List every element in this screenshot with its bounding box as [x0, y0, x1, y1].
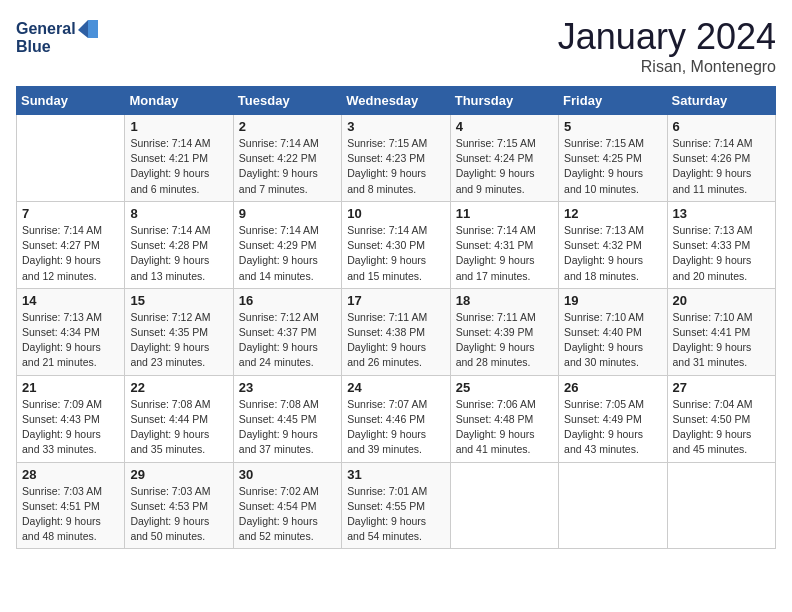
day-info: Sunrise: 7:14 AMSunset: 4:28 PMDaylight:… [130, 223, 227, 284]
calendar-week-row: 21Sunrise: 7:09 AMSunset: 4:43 PMDayligh… [17, 375, 776, 462]
day-info: Sunrise: 7:08 AMSunset: 4:45 PMDaylight:… [239, 397, 336, 458]
day-number: 26 [564, 380, 661, 395]
day-number: 30 [239, 467, 336, 482]
calendar-cell: 18Sunrise: 7:11 AMSunset: 4:39 PMDayligh… [450, 288, 558, 375]
day-number: 12 [564, 206, 661, 221]
day-info: Sunrise: 7:01 AMSunset: 4:55 PMDaylight:… [347, 484, 444, 545]
weekday-header-row: SundayMondayTuesdayWednesdayThursdayFrid… [17, 87, 776, 115]
day-info: Sunrise: 7:04 AMSunset: 4:50 PMDaylight:… [673, 397, 770, 458]
calendar-cell: 7Sunrise: 7:14 AMSunset: 4:27 PMDaylight… [17, 201, 125, 288]
calendar-cell: 21Sunrise: 7:09 AMSunset: 4:43 PMDayligh… [17, 375, 125, 462]
weekday-header-sunday: Sunday [17, 87, 125, 115]
day-number: 24 [347, 380, 444, 395]
calendar-cell: 30Sunrise: 7:02 AMSunset: 4:54 PMDayligh… [233, 462, 341, 549]
day-number: 1 [130, 119, 227, 134]
title-block: January 2024 Risan, Montenegro [558, 16, 776, 76]
calendar-cell: 8Sunrise: 7:14 AMSunset: 4:28 PMDaylight… [125, 201, 233, 288]
day-info: Sunrise: 7:07 AMSunset: 4:46 PMDaylight:… [347, 397, 444, 458]
day-number: 21 [22, 380, 119, 395]
day-info: Sunrise: 7:09 AMSunset: 4:43 PMDaylight:… [22, 397, 119, 458]
calendar-cell: 23Sunrise: 7:08 AMSunset: 4:45 PMDayligh… [233, 375, 341, 462]
day-info: Sunrise: 7:14 AMSunset: 4:30 PMDaylight:… [347, 223, 444, 284]
calendar-cell: 31Sunrise: 7:01 AMSunset: 4:55 PMDayligh… [342, 462, 450, 549]
day-info: Sunrise: 7:06 AMSunset: 4:48 PMDaylight:… [456, 397, 553, 458]
day-info: Sunrise: 7:15 AMSunset: 4:23 PMDaylight:… [347, 136, 444, 197]
day-number: 31 [347, 467, 444, 482]
day-info: Sunrise: 7:02 AMSunset: 4:54 PMDaylight:… [239, 484, 336, 545]
calendar-cell: 17Sunrise: 7:11 AMSunset: 4:38 PMDayligh… [342, 288, 450, 375]
day-info: Sunrise: 7:12 AMSunset: 4:35 PMDaylight:… [130, 310, 227, 371]
day-number: 7 [22, 206, 119, 221]
calendar-cell: 28Sunrise: 7:03 AMSunset: 4:51 PMDayligh… [17, 462, 125, 549]
day-info: Sunrise: 7:14 AMSunset: 4:21 PMDaylight:… [130, 136, 227, 197]
day-number: 16 [239, 293, 336, 308]
calendar-cell: 19Sunrise: 7:10 AMSunset: 4:40 PMDayligh… [559, 288, 667, 375]
logo-svg: GeneralBlue [16, 16, 106, 58]
calendar-cell: 22Sunrise: 7:08 AMSunset: 4:44 PMDayligh… [125, 375, 233, 462]
day-info: Sunrise: 7:14 AMSunset: 4:22 PMDaylight:… [239, 136, 336, 197]
weekday-header-thursday: Thursday [450, 87, 558, 115]
day-number: 14 [22, 293, 119, 308]
calendar-cell [450, 462, 558, 549]
day-number: 27 [673, 380, 770, 395]
day-number: 11 [456, 206, 553, 221]
day-info: Sunrise: 7:15 AMSunset: 4:25 PMDaylight:… [564, 136, 661, 197]
calendar-cell: 6Sunrise: 7:14 AMSunset: 4:26 PMDaylight… [667, 115, 775, 202]
day-info: Sunrise: 7:03 AMSunset: 4:51 PMDaylight:… [22, 484, 119, 545]
weekday-header-saturday: Saturday [667, 87, 775, 115]
day-number: 2 [239, 119, 336, 134]
day-number: 10 [347, 206, 444, 221]
calendar-cell: 5Sunrise: 7:15 AMSunset: 4:25 PMDaylight… [559, 115, 667, 202]
svg-marker-2 [88, 20, 98, 38]
page-header: GeneralBlue January 2024 Risan, Monteneg… [16, 16, 776, 76]
month-title: January 2024 [558, 16, 776, 58]
calendar-cell [667, 462, 775, 549]
location-title: Risan, Montenegro [558, 58, 776, 76]
calendar-cell [17, 115, 125, 202]
day-number: 25 [456, 380, 553, 395]
day-number: 19 [564, 293, 661, 308]
day-number: 13 [673, 206, 770, 221]
day-info: Sunrise: 7:14 AMSunset: 4:29 PMDaylight:… [239, 223, 336, 284]
day-info: Sunrise: 7:14 AMSunset: 4:27 PMDaylight:… [22, 223, 119, 284]
calendar-cell [559, 462, 667, 549]
day-number: 20 [673, 293, 770, 308]
day-number: 17 [347, 293, 444, 308]
day-info: Sunrise: 7:11 AMSunset: 4:39 PMDaylight:… [456, 310, 553, 371]
calendar-cell: 20Sunrise: 7:10 AMSunset: 4:41 PMDayligh… [667, 288, 775, 375]
logo: GeneralBlue [16, 16, 106, 58]
calendar-cell: 10Sunrise: 7:14 AMSunset: 4:30 PMDayligh… [342, 201, 450, 288]
svg-marker-3 [78, 20, 88, 38]
calendar-cell: 12Sunrise: 7:13 AMSunset: 4:32 PMDayligh… [559, 201, 667, 288]
day-info: Sunrise: 7:13 AMSunset: 4:34 PMDaylight:… [22, 310, 119, 371]
calendar-week-row: 14Sunrise: 7:13 AMSunset: 4:34 PMDayligh… [17, 288, 776, 375]
calendar-table: SundayMondayTuesdayWednesdayThursdayFrid… [16, 86, 776, 549]
calendar-cell: 29Sunrise: 7:03 AMSunset: 4:53 PMDayligh… [125, 462, 233, 549]
calendar-cell: 2Sunrise: 7:14 AMSunset: 4:22 PMDaylight… [233, 115, 341, 202]
calendar-cell: 3Sunrise: 7:15 AMSunset: 4:23 PMDaylight… [342, 115, 450, 202]
day-number: 9 [239, 206, 336, 221]
day-info: Sunrise: 7:12 AMSunset: 4:37 PMDaylight:… [239, 310, 336, 371]
day-info: Sunrise: 7:15 AMSunset: 4:24 PMDaylight:… [456, 136, 553, 197]
day-info: Sunrise: 7:13 AMSunset: 4:33 PMDaylight:… [673, 223, 770, 284]
calendar-week-row: 28Sunrise: 7:03 AMSunset: 4:51 PMDayligh… [17, 462, 776, 549]
calendar-cell: 11Sunrise: 7:14 AMSunset: 4:31 PMDayligh… [450, 201, 558, 288]
day-number: 3 [347, 119, 444, 134]
calendar-cell: 27Sunrise: 7:04 AMSunset: 4:50 PMDayligh… [667, 375, 775, 462]
day-number: 5 [564, 119, 661, 134]
day-info: Sunrise: 7:13 AMSunset: 4:32 PMDaylight:… [564, 223, 661, 284]
weekday-header-wednesday: Wednesday [342, 87, 450, 115]
svg-text:General: General [16, 20, 76, 37]
calendar-cell: 16Sunrise: 7:12 AMSunset: 4:37 PMDayligh… [233, 288, 341, 375]
weekday-header-friday: Friday [559, 87, 667, 115]
weekday-header-tuesday: Tuesday [233, 87, 341, 115]
day-info: Sunrise: 7:10 AMSunset: 4:41 PMDaylight:… [673, 310, 770, 371]
calendar-cell: 1Sunrise: 7:14 AMSunset: 4:21 PMDaylight… [125, 115, 233, 202]
day-number: 23 [239, 380, 336, 395]
day-number: 15 [130, 293, 227, 308]
calendar-cell: 14Sunrise: 7:13 AMSunset: 4:34 PMDayligh… [17, 288, 125, 375]
day-info: Sunrise: 7:08 AMSunset: 4:44 PMDaylight:… [130, 397, 227, 458]
calendar-cell: 9Sunrise: 7:14 AMSunset: 4:29 PMDaylight… [233, 201, 341, 288]
day-number: 22 [130, 380, 227, 395]
day-info: Sunrise: 7:11 AMSunset: 4:38 PMDaylight:… [347, 310, 444, 371]
